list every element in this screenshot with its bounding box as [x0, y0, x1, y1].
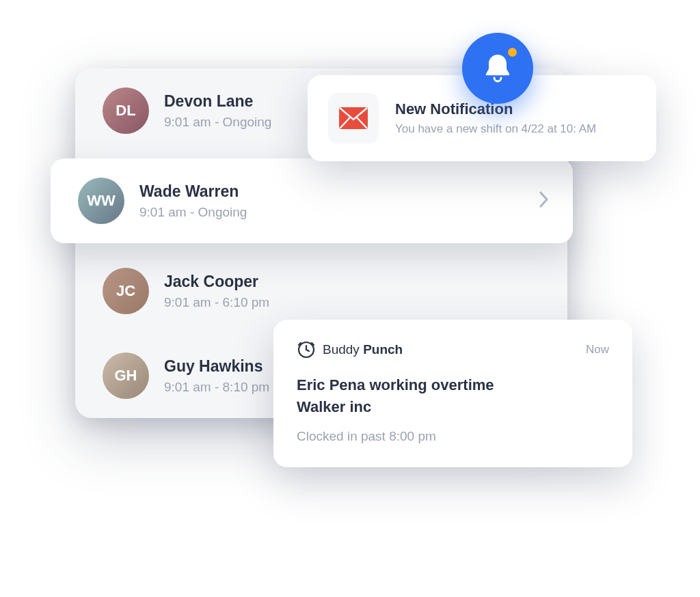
chevron-right-icon: [539, 191, 550, 211]
notification-dot: [508, 48, 517, 57]
employee-name: Jack Cooper: [164, 273, 540, 291]
clock-icon: [297, 340, 316, 359]
avatar: DL: [103, 87, 149, 134]
notification-body: You have a new shift on 4/22 at 10: AM: [395, 122, 596, 136]
notification-bell-button[interactable]: [462, 33, 533, 104]
avatar: JC: [103, 268, 149, 314]
brand: Buddy Punch: [297, 340, 403, 359]
bell-icon: [483, 52, 513, 85]
toast-detail: Clocked in past 8:00 pm: [297, 429, 609, 444]
employee-time: 9:01 am - 6:10 pm: [164, 295, 540, 310]
employee-name: Wade Warren: [139, 182, 524, 201]
overtime-toast[interactable]: Buddy Punch Now Eric Pena working overti…: [273, 320, 632, 467]
employee-time: 9:01 am - Ongoing: [139, 205, 524, 220]
toast-timestamp: Now: [586, 343, 609, 357]
toast-message: Eric Pena working overtime Walker inc: [297, 374, 609, 418]
avatar: GH: [103, 352, 149, 399]
brand-name-light: Buddy: [323, 342, 360, 357]
mail-icon: [328, 93, 379, 143]
avatar: WW: [78, 178, 124, 224]
list-item-selected[interactable]: WW Wade Warren 9:01 am - Ongoing: [51, 158, 573, 243]
brand-name-bold: Punch: [363, 342, 403, 357]
